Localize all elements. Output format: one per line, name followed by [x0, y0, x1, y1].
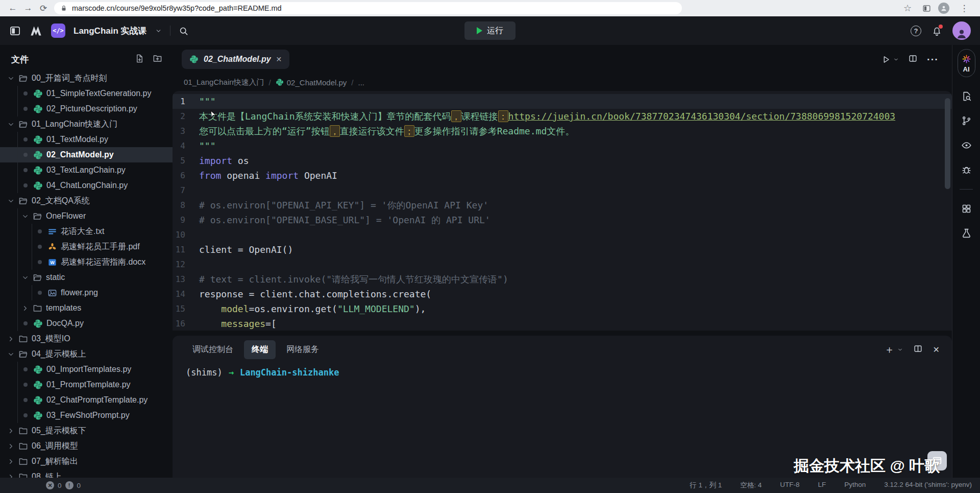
- chevron-right-icon[interactable]: [7, 473, 15, 478]
- terminal-dropdown-icon[interactable]: [897, 347, 903, 353]
- git-branch-icon[interactable]: [961, 115, 972, 126]
- breadcrumb-item[interactable]: 02_ChatModel.py: [276, 78, 347, 87]
- split-editor-icon[interactable]: [908, 54, 918, 65]
- status-item[interactable]: LF: [818, 481, 826, 490]
- panel-close-icon[interactable]: ✕: [933, 345, 940, 355]
- run-dropdown-icon[interactable]: [893, 57, 899, 62]
- browser-reload-icon[interactable]: ⟳: [36, 3, 51, 14]
- problems-indicator[interactable]: ✕ 0 ! 0: [46, 481, 81, 489]
- status-item[interactable]: 空格: 4: [740, 481, 762, 490]
- breadcrumb-item[interactable]: ...: [358, 78, 365, 87]
- extensions-grid-icon[interactable]: [961, 203, 972, 214]
- chevron-down-icon[interactable]: [7, 197, 15, 205]
- tree-file-row[interactable]: 易速鲜花运营指南.docx: [0, 254, 173, 270]
- browser-forward-icon[interactable]: →: [20, 3, 36, 13]
- tree-file-row[interactable]: 04_ChatLongChain.py: [0, 178, 173, 193]
- more-actions-icon[interactable]: ···: [927, 54, 939, 65]
- sidebar-toggle-icon[interactable]: [9, 25, 21, 37]
- status-item[interactable]: 3.12.2 64-bit ('shims': pyenv): [884, 481, 972, 490]
- tree-file-row[interactable]: 01_TextModel.py: [0, 132, 173, 147]
- tree-folder-row[interactable]: 02_文档QA系统: [0, 193, 173, 208]
- browser-back-icon[interactable]: ←: [5, 3, 20, 13]
- panel-tab[interactable]: 调试控制台: [185, 340, 241, 359]
- marscode-logo-icon[interactable]: [29, 24, 43, 38]
- status-item[interactable]: UTF-8: [780, 481, 799, 490]
- side-panel-icon[interactable]: [922, 4, 931, 13]
- tree-folder-row[interactable]: OneFlower: [0, 208, 173, 224]
- code-line[interactable]: 3您可以点击最上方的“运行”按钮，直接运行该文件；更多操作指引请参考Readme…: [173, 124, 952, 138]
- breadcrumb-item[interactable]: 01_LangChain快速入门: [184, 78, 264, 87]
- code-editor[interactable]: 1"""2本文件是【LangChain系统安装和快速入门】章节的配套代码，课程链…: [173, 91, 952, 331]
- tree-file-row[interactable]: 易速鲜花员工手册.pdf: [0, 239, 173, 254]
- tree-file-row[interactable]: DocQA.py: [0, 316, 173, 331]
- chevron-right-icon[interactable]: [7, 335, 15, 343]
- code-line[interactable]: 15 model=os.environ.get("LLM_MODELEND"),: [173, 301, 952, 316]
- tree-folder-row[interactable]: 08_链上: [0, 469, 173, 478]
- chevron-down-icon[interactable]: [7, 75, 15, 82]
- browser-menu-icon[interactable]: ⋮: [957, 3, 972, 14]
- code-line[interactable]: 1""": [173, 94, 952, 109]
- panel-tab[interactable]: 网络服务: [279, 340, 327, 359]
- run-file-button[interactable]: [881, 55, 899, 64]
- tree-file-row[interactable]: 02_ChatPromptTemplate.py: [0, 392, 173, 408]
- split-panel-icon[interactable]: [913, 344, 923, 356]
- code-line[interactable]: 6from openai import OpenAI: [173, 168, 952, 183]
- tree-file-row[interactable]: 01_SimpleTextGeneration.py: [0, 86, 173, 101]
- url-text[interactable]: marscode.cn/course/9e9xol5r8yw35p?code_p…: [72, 4, 282, 12]
- search-icon[interactable]: [179, 26, 188, 36]
- tree-file-row[interactable]: 02_PictureDescription.py: [0, 101, 173, 116]
- code-line[interactable]: 8# os.environ["OPENAI_API_KEY"] = '你的Ope…: [173, 198, 952, 213]
- tree-file-row[interactable]: 03_FewShotPrompt.py: [0, 408, 173, 423]
- code-line[interactable]: 4""": [173, 138, 952, 153]
- tree-file-row[interactable]: 01_PromptTemplate.py: [0, 377, 173, 392]
- code-line[interactable]: 12: [173, 257, 952, 272]
- new-file-icon[interactable]: [135, 54, 144, 65]
- ai-assistant-button[interactable]: AI: [958, 49, 975, 77]
- file-search-icon[interactable]: [961, 91, 972, 102]
- code-line[interactable]: 16 messages=[: [173, 316, 952, 331]
- chevron-right-icon[interactable]: [21, 304, 29, 312]
- code-line[interactable]: 11client = OpenAI(): [173, 242, 952, 257]
- course-title[interactable]: LangChain 实战课: [74, 25, 147, 37]
- user-avatar[interactable]: [952, 21, 971, 40]
- address-bar[interactable]: marscode.cn/course/9e9xol5r8yw35p?code_p…: [54, 2, 682, 14]
- course-chip-icon[interactable]: </>: [51, 24, 65, 38]
- chevron-down-icon[interactable]: [21, 213, 29, 220]
- new-terminal-button[interactable]: ＋: [885, 343, 903, 357]
- tab-close-icon[interactable]: ✕: [276, 55, 282, 63]
- tree-folder-row[interactable]: 07_解析输出: [0, 454, 173, 469]
- tree-file-row[interactable]: 02_ChatModel.py: [0, 147, 173, 162]
- tree-file-row[interactable]: 花语大全.txt: [0, 224, 173, 239]
- chevron-down-icon[interactable]: [7, 121, 15, 128]
- bookmark-star-icon[interactable]: ☆: [900, 3, 915, 14]
- tree-folder-row[interactable]: 04_提示模板上: [0, 346, 173, 362]
- editor-tab[interactable]: 02_ChatModel.py ✕: [182, 50, 289, 69]
- lab-flask-icon[interactable]: [961, 228, 972, 239]
- chevron-right-icon[interactable]: [7, 458, 15, 465]
- tree-folder-row[interactable]: templates: [0, 300, 173, 316]
- tree-file-row[interactable]: 03_TextLangChain.py: [0, 162, 173, 178]
- chevron-right-icon[interactable]: [7, 442, 15, 450]
- tree-file-row[interactable]: flower.png: [0, 285, 173, 300]
- tree-folder-row[interactable]: 01_LangChain快速入门: [0, 116, 173, 132]
- chevron-down-icon[interactable]: [21, 274, 29, 281]
- tree-folder-row[interactable]: 05_提示模板下: [0, 423, 173, 438]
- status-item[interactable]: Python: [844, 481, 866, 490]
- code-line[interactable]: 2本文件是【LangChain系统安装和快速入门】章节的配套代码，课程链接：ht…: [173, 109, 952, 124]
- run-button[interactable]: 运行: [464, 21, 516, 40]
- tree-file-row[interactable]: 00_ImportTemplates.py: [0, 362, 173, 377]
- debug-bug-icon[interactable]: [961, 165, 972, 175]
- code-line[interactable]: 13# text = client.invoke("请给我写一句情人节红玫瑰的中…: [173, 272, 952, 287]
- preview-eye-icon[interactable]: [961, 140, 972, 151]
- help-icon[interactable]: ?: [911, 26, 921, 36]
- browser-profile-icon[interactable]: [938, 3, 949, 14]
- tree-folder-row[interactable]: 00_开篇词_奇点时刻: [0, 71, 173, 86]
- code-line[interactable]: 7: [173, 183, 952, 198]
- code-line[interactable]: 14response = client.chat.completions.cre…: [173, 287, 952, 301]
- code-line[interactable]: 9# os.environ["OPENAI_BASE_URL"] = 'Open…: [173, 213, 952, 227]
- tree-folder-row[interactable]: 06_调用模型: [0, 438, 173, 454]
- chevron-down-icon[interactable]: [7, 350, 15, 358]
- code-line[interactable]: 10: [173, 227, 952, 242]
- terminal-prompt[interactable]: (shims) → LangChain-shizhanke: [173, 363, 952, 378]
- tree-folder-row[interactable]: 03_模型IO: [0, 331, 173, 346]
